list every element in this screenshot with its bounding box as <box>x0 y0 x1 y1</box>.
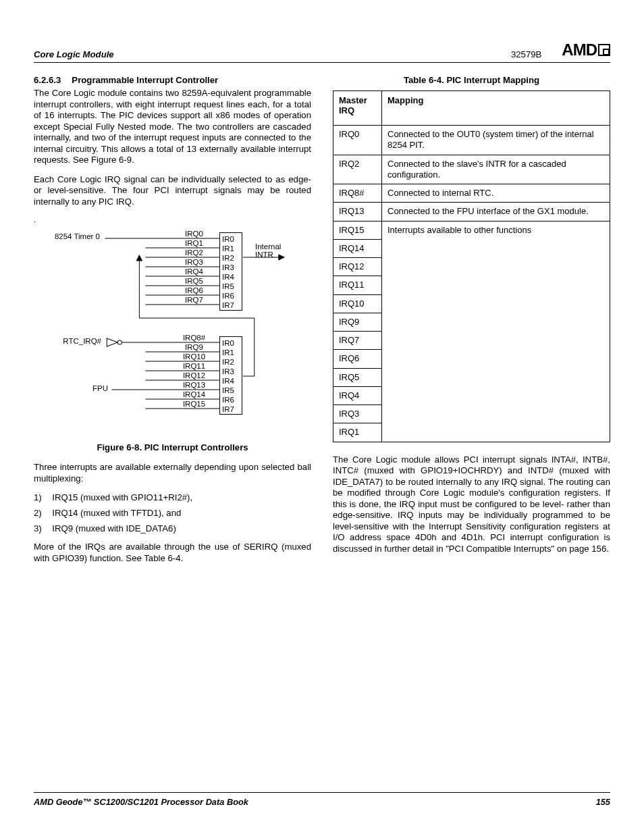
paragraph: The Core Logic module allows PCI interru… <box>333 454 610 555</box>
paragraph: Each Core Logic IRQ signal can be indivi… <box>34 174 311 208</box>
page-number: 155 <box>596 797 610 807</box>
table-row: IRQ9 <box>333 313 610 331</box>
table-row: IRQ11 <box>333 276 610 294</box>
list-item: 3) IRQ9 (muxed with IDE_DATA6) <box>34 523 311 533</box>
amd-logo: AMD <box>562 41 610 59</box>
footer-title: AMD Geode™ SC1200/SC1201 Processor Data … <box>34 797 596 807</box>
header-docnum: 32579B <box>511 49 541 59</box>
figure-caption: Figure 6-8. PIC Interrupt Controllers <box>34 442 311 452</box>
table-row: IRQ10 <box>333 294 610 313</box>
table-row: IRQ13Connected to the FPU interface of t… <box>333 203 610 221</box>
th-master-irq: MasterIRQ <box>333 91 382 126</box>
table-row: IRQ0Connected to the OUT0 (system timer)… <box>333 126 610 155</box>
table-row: IRQ4 <box>333 386 610 405</box>
list-item: 1) IRQ15 (muxed with GPIO11+RI2#), <box>34 492 311 502</box>
svg-point-24 <box>117 340 122 344</box>
mux-list: 1) IRQ15 (muxed with GPIO11+RI2#), 2) IR… <box>34 492 311 533</box>
header: Core Logic Module 32579B AMD <box>34 41 610 63</box>
paragraph: More of the IRQs are available through t… <box>34 542 311 564</box>
table-row: IRQ3 <box>333 405 610 423</box>
table-row: IRQ1 <box>333 423 610 442</box>
svg-marker-20 <box>136 255 142 261</box>
pic-mapping-table: MasterIRQ Mapping IRQ0Connected to the O… <box>333 90 610 442</box>
table-row: IRQ15Interrupts available to other funct… <box>333 221 610 239</box>
right-column: Table 6-4. PIC Interrupt Mapping MasterI… <box>333 75 610 572</box>
table-row: IRQ6 <box>333 350 610 368</box>
list-item: 2) IRQ14 (muxed with TFTD1), and <box>34 508 311 518</box>
section-heading: 6.2.6.3Programmable Interrupt Controller <box>34 75 311 85</box>
table-caption: Table 6-4. PIC Interrupt Mapping <box>333 75 610 85</box>
header-section: Core Logic Module <box>34 49 511 59</box>
content-columns: 6.2.6.3Programmable Interrupt Controller… <box>34 75 610 572</box>
table-row: IRQ14 <box>333 239 610 257</box>
footer: AMD Geode™ SC1200/SC1201 Processor Data … <box>34 792 610 807</box>
table-row: IRQ7 <box>333 332 610 350</box>
table-row: IRQ8#Connected to internal RTC. <box>333 184 610 203</box>
svg-marker-23 <box>107 338 117 346</box>
fig-label-rtc: RTC_IRQ# <box>34 337 101 345</box>
table-row: IRQ5 <box>333 368 610 386</box>
th-mapping: Mapping <box>382 91 610 126</box>
pic1-box: IR0 IR1 IR2 IR3 IR4 IR5 IR6 IR7 <box>219 232 242 311</box>
paragraph: Three interrupts are available externall… <box>34 462 311 484</box>
figure-pic-controllers: 8254 Timer 0 RTC_IRQ# FPU Internal INTR … <box>34 230 311 433</box>
paragraph: The Core Logic module contains two 8259A… <box>34 88 311 166</box>
pic2-box: IR0 IR1 IR2 IR3 IR4 IR5 IR6 IR7 <box>219 336 242 415</box>
table-row: IRQ2Connected to the slave's INTR for a … <box>333 155 610 184</box>
fig-label-timer: 8254 Timer 0 <box>34 232 100 240</box>
fig-label-fpu: FPU <box>34 384 108 392</box>
left-column: 6.2.6.3Programmable Interrupt Controller… <box>34 75 311 572</box>
table-row: IRQ12 <box>333 258 610 276</box>
fig-label-intr: Internal INTR <box>255 242 289 259</box>
